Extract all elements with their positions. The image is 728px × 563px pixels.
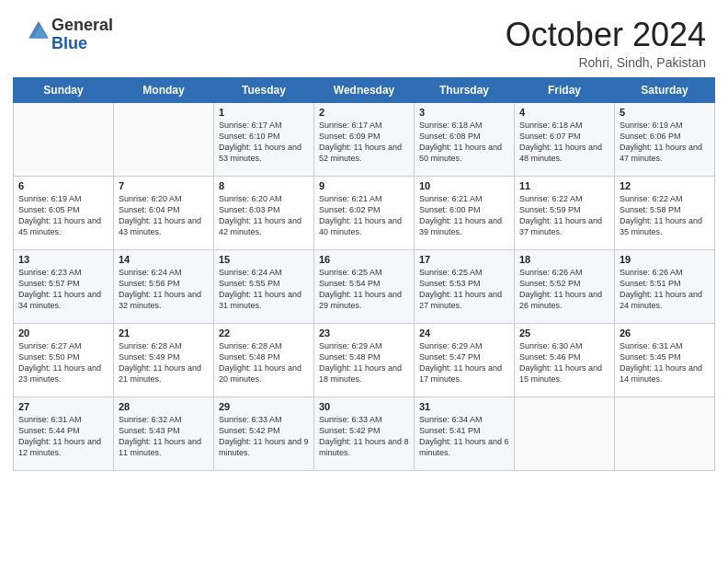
calendar-cell: 5Sunrise: 6:19 AM Sunset: 6:06 PM Daylig…	[615, 102, 715, 176]
calendar-cell: 28Sunrise: 6:32 AM Sunset: 5:43 PM Dayli…	[114, 396, 214, 470]
calendar-cell: 13Sunrise: 6:23 AM Sunset: 5:57 PM Dayli…	[14, 249, 114, 323]
calendar-cell: 22Sunrise: 6:28 AM Sunset: 5:48 PM Dayli…	[214, 323, 314, 396]
calendar-cell: 23Sunrise: 6:29 AM Sunset: 5:48 PM Dayli…	[314, 323, 415, 396]
calendar-cell: 29Sunrise: 6:33 AM Sunset: 5:42 PM Dayli…	[214, 396, 314, 470]
logo-text: General Blue	[51, 17, 113, 53]
calendar-cell: 25Sunrise: 6:30 AM Sunset: 5:46 PM Dayli…	[515, 323, 615, 396]
day-number: 15	[219, 254, 309, 265]
day-number: 29	[219, 401, 309, 412]
calendar-cell: 4Sunrise: 6:18 AM Sunset: 6:07 PM Daylig…	[515, 102, 615, 176]
day-number: 7	[119, 180, 209, 191]
calendar-wrapper: SundayMondayTuesdayWednesdayThursdayFrid…	[0, 77, 728, 484]
cell-content: Sunrise: 6:19 AM Sunset: 6:05 PM Dayligh…	[18, 193, 108, 238]
calendar-cell: 8Sunrise: 6:20 AM Sunset: 6:03 PM Daylig…	[214, 176, 314, 249]
calendar-cell: 9Sunrise: 6:21 AM Sunset: 6:02 PM Daylig…	[314, 176, 415, 249]
day-number: 14	[119, 254, 209, 265]
cell-content: Sunrise: 6:25 AM Sunset: 5:53 PM Dayligh…	[419, 267, 509, 312]
cell-content: Sunrise: 6:34 AM Sunset: 5:41 PM Dayligh…	[419, 414, 509, 459]
day-number: 1	[219, 107, 309, 118]
days-header-row: SundayMondayTuesdayWednesdayThursdayFrid…	[14, 77, 715, 102]
cell-content: Sunrise: 6:21 AM Sunset: 6:00 PM Dayligh…	[419, 193, 509, 238]
day-number: 24	[419, 327, 509, 339]
calendar-cell: 2Sunrise: 6:17 AM Sunset: 6:09 PM Daylig…	[314, 102, 415, 176]
cell-content: Sunrise: 6:18 AM Sunset: 6:08 PM Dayligh…	[419, 120, 509, 165]
cell-content: Sunrise: 6:25 AM Sunset: 5:54 PM Dayligh…	[319, 267, 409, 312]
month-year-title: October 2024	[506, 17, 706, 53]
day-number: 10	[419, 180, 509, 191]
cell-content: Sunrise: 6:29 AM Sunset: 5:47 PM Dayligh…	[419, 340, 509, 385]
day-number: 11	[519, 180, 609, 191]
week-row-3: 13Sunrise: 6:23 AM Sunset: 5:57 PM Dayli…	[14, 249, 715, 323]
day-number: 25	[519, 327, 609, 339]
calendar-cell: 14Sunrise: 6:24 AM Sunset: 5:56 PM Dayli…	[114, 249, 214, 323]
calendar-cell: 1Sunrise: 6:17 AM Sunset: 6:10 PM Daylig…	[214, 102, 314, 176]
calendar-cell: 17Sunrise: 6:25 AM Sunset: 5:53 PM Dayli…	[415, 249, 515, 323]
cell-content: Sunrise: 6:19 AM Sunset: 6:06 PM Dayligh…	[620, 120, 710, 165]
day-number: 18	[519, 254, 609, 265]
calendar-cell: 15Sunrise: 6:24 AM Sunset: 5:55 PM Dayli…	[214, 249, 314, 323]
day-header-saturday: Saturday	[615, 77, 715, 102]
cell-content: Sunrise: 6:26 AM Sunset: 5:51 PM Dayligh…	[620, 267, 710, 312]
calendar-cell	[515, 396, 615, 470]
calendar-cell: 27Sunrise: 6:31 AM Sunset: 5:44 PM Dayli…	[14, 396, 114, 470]
cell-content: Sunrise: 6:33 AM Sunset: 5:42 PM Dayligh…	[219, 414, 309, 459]
day-number: 3	[419, 107, 509, 118]
cell-content: Sunrise: 6:24 AM Sunset: 5:55 PM Dayligh…	[219, 267, 309, 312]
week-row-1: 1Sunrise: 6:17 AM Sunset: 6:10 PM Daylig…	[14, 102, 715, 176]
day-number: 21	[119, 327, 209, 339]
cell-content: Sunrise: 6:30 AM Sunset: 5:46 PM Dayligh…	[519, 340, 609, 385]
calendar-cell: 12Sunrise: 6:22 AM Sunset: 5:58 PM Dayli…	[615, 176, 715, 249]
day-number: 27	[18, 401, 108, 412]
cell-content: Sunrise: 6:20 AM Sunset: 6:04 PM Dayligh…	[119, 193, 209, 238]
cell-content: Sunrise: 6:33 AM Sunset: 5:42 PM Dayligh…	[319, 414, 409, 459]
cell-content: Sunrise: 6:17 AM Sunset: 6:09 PM Dayligh…	[319, 120, 409, 165]
calendar-cell	[14, 102, 114, 176]
calendar-cell: 3Sunrise: 6:18 AM Sunset: 6:08 PM Daylig…	[415, 102, 515, 176]
calendar-cell: 10Sunrise: 6:21 AM Sunset: 6:00 PM Dayli…	[415, 176, 515, 249]
calendar-cell: 30Sunrise: 6:33 AM Sunset: 5:42 PM Dayli…	[314, 396, 415, 470]
day-number: 19	[620, 254, 710, 265]
day-header-friday: Friday	[515, 77, 615, 102]
calendar-cell: 11Sunrise: 6:22 AM Sunset: 5:59 PM Dayli…	[515, 176, 615, 249]
day-number: 20	[18, 327, 108, 339]
day-number: 13	[18, 254, 108, 265]
calendar-cell	[114, 102, 214, 176]
cell-content: Sunrise: 6:22 AM Sunset: 5:58 PM Dayligh…	[620, 193, 710, 238]
cell-content: Sunrise: 6:29 AM Sunset: 5:48 PM Dayligh…	[319, 340, 409, 385]
cell-content: Sunrise: 6:17 AM Sunset: 6:10 PM Dayligh…	[219, 120, 309, 165]
day-number: 4	[519, 107, 609, 118]
calendar-cell: 7Sunrise: 6:20 AM Sunset: 6:04 PM Daylig…	[114, 176, 214, 249]
day-header-wednesday: Wednesday	[314, 77, 415, 102]
cell-content: Sunrise: 6:23 AM Sunset: 5:57 PM Dayligh…	[18, 267, 108, 312]
cell-content: Sunrise: 6:27 AM Sunset: 5:50 PM Dayligh…	[18, 340, 108, 385]
day-number: 12	[620, 180, 710, 191]
day-header-thursday: Thursday	[415, 77, 515, 102]
day-number: 2	[319, 107, 409, 118]
cell-content: Sunrise: 6:22 AM Sunset: 5:59 PM Dayligh…	[519, 193, 609, 238]
calendar-cell: 26Sunrise: 6:31 AM Sunset: 5:45 PM Dayli…	[615, 323, 715, 396]
cell-content: Sunrise: 6:31 AM Sunset: 5:44 PM Dayligh…	[18, 414, 108, 459]
calendar-cell: 19Sunrise: 6:26 AM Sunset: 5:51 PM Dayli…	[615, 249, 715, 323]
day-number: 31	[419, 401, 509, 412]
calendar-table: SundayMondayTuesdayWednesdayThursdayFrid…	[13, 77, 715, 471]
day-number: 26	[620, 327, 710, 339]
week-row-5: 27Sunrise: 6:31 AM Sunset: 5:44 PM Dayli…	[14, 396, 715, 470]
title-block: October 2024 Rohri, Sindh, Pakistan	[506, 17, 706, 70]
day-number: 23	[319, 327, 409, 339]
cell-content: Sunrise: 6:31 AM Sunset: 5:45 PM Dayligh…	[620, 340, 710, 385]
location-subtitle: Rohri, Sindh, Pakistan	[506, 55, 706, 70]
day-number: 16	[319, 254, 409, 265]
day-number: 17	[419, 254, 509, 265]
cell-content: Sunrise: 6:28 AM Sunset: 5:49 PM Dayligh…	[119, 340, 209, 385]
week-row-2: 6Sunrise: 6:19 AM Sunset: 6:05 PM Daylig…	[14, 176, 715, 249]
cell-content: Sunrise: 6:18 AM Sunset: 6:07 PM Dayligh…	[519, 120, 609, 165]
calendar-cell: 16Sunrise: 6:25 AM Sunset: 5:54 PM Dayli…	[314, 249, 415, 323]
calendar-cell	[615, 396, 715, 470]
cell-content: Sunrise: 6:28 AM Sunset: 5:48 PM Dayligh…	[219, 340, 309, 385]
week-row-4: 20Sunrise: 6:27 AM Sunset: 5:50 PM Dayli…	[14, 323, 715, 396]
cell-content: Sunrise: 6:26 AM Sunset: 5:52 PM Dayligh…	[519, 267, 609, 312]
calendar-cell: 20Sunrise: 6:27 AM Sunset: 5:50 PM Dayli…	[14, 323, 114, 396]
day-number: 6	[18, 180, 108, 191]
cell-content: Sunrise: 6:21 AM Sunset: 6:02 PM Dayligh…	[319, 193, 409, 238]
day-header-tuesday: Tuesday	[214, 77, 314, 102]
